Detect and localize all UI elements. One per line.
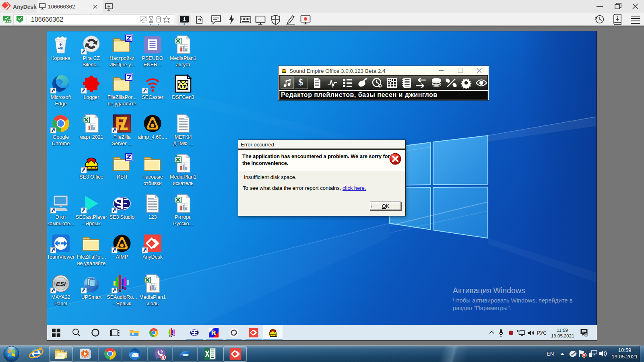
- svg-text:5: 5: [162, 355, 165, 360]
- svg-text:R: R: [211, 329, 216, 336]
- svg-text:Чтобы активировать Windows, пе: Чтобы активировать Windows, перейдите в: [453, 297, 573, 304]
- svg-text:раздел "Параметры".: раздел "Параметры".: [453, 305, 511, 311]
- svg-text:2: 2: [585, 333, 587, 337]
- svg-text:Активация Windows: Активация Windows: [453, 286, 525, 295]
